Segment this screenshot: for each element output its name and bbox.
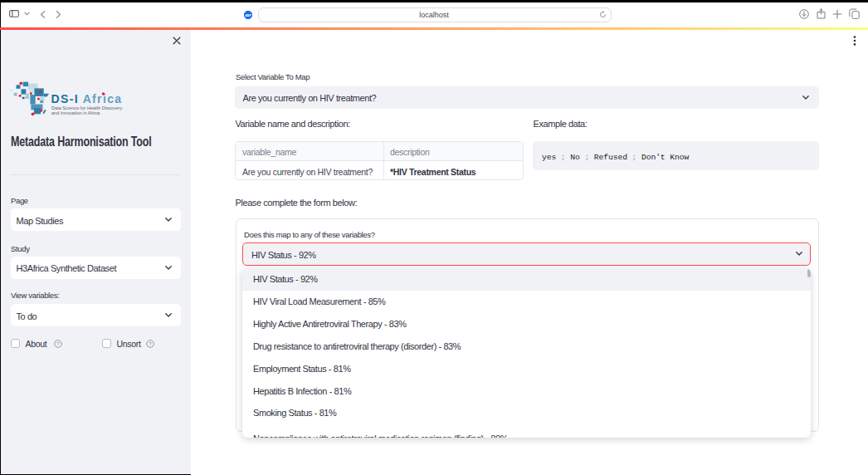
svg-text:and Innovation in Africa: and Innovation in Africa — [51, 110, 100, 115]
svg-text:Data Science for Health Discov: Data Science for Health Discovery — [51, 105, 122, 110]
svg-text:?: ? — [149, 340, 152, 346]
svg-text:DS-I Africa: DS-I Africa — [51, 92, 123, 105]
svg-text:?: ? — [56, 340, 60, 346]
